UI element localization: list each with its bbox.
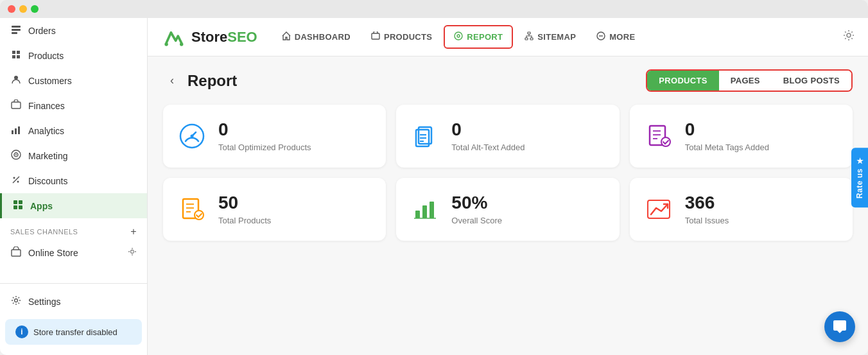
svg-point-20 (164, 42, 168, 46)
tab-pages[interactable]: PAGES (719, 71, 772, 91)
more-nav-icon (596, 31, 605, 42)
checklist-purple-icon (643, 120, 675, 152)
nav-item-report[interactable]: REPORT (444, 25, 513, 49)
main-area: StoreSEO DASHBOARD PRO (148, 18, 868, 355)
stat-value-overall-score: 50% (451, 193, 502, 213)
trend-up-icon (643, 193, 675, 225)
sidebar-item-marketing-label: Marketing (28, 151, 67, 161)
sidebar-bottom: Settings i Store transfer disabled (0, 283, 147, 355)
chat-icon (832, 319, 847, 334)
sidebar-item-apps[interactable]: Apps (0, 193, 147, 218)
stat-value-alt-text: 0 (451, 120, 525, 140)
app-body: Orders Products Customers Finances (0, 18, 868, 355)
svg-rect-22 (372, 33, 379, 39)
top-navigation: StoreSEO DASHBOARD PRO (148, 18, 868, 56)
svg-point-19 (15, 299, 18, 302)
settings-icon (10, 295, 22, 307)
close-dot[interactable] (8, 5, 15, 13)
stat-value-meta-tags: 0 (685, 120, 769, 140)
sidebar-item-finances-label: Finances (28, 101, 65, 111)
speedometer-icon (176, 120, 208, 152)
analytics-icon (10, 125, 22, 137)
svg-rect-5 (12, 130, 13, 134)
logo: StoreSEO (161, 24, 257, 50)
stat-card-meta-tags: 0 Total Meta Tags Added (630, 105, 853, 168)
sidebar-item-products[interactable]: Products (0, 43, 147, 68)
logo-text: StoreSEO (191, 29, 257, 46)
stat-info-total-issues: 366 Total Issues (685, 193, 729, 225)
stat-label-optimized: Total Optimized Products (218, 143, 311, 152)
store-transfer-label: Store transfer disabled (33, 327, 117, 337)
maximize-dot[interactable] (31, 5, 39, 13)
stat-label-overall-score: Overall Score (451, 216, 502, 225)
sidebar-item-customers[interactable]: Customers (0, 68, 147, 93)
logo-icon (161, 24, 186, 50)
marketing-icon (10, 150, 22, 162)
svg-point-3 (14, 76, 18, 80)
svg-point-12 (17, 181, 19, 183)
nav-item-products[interactable]: PRODUCTS (362, 26, 441, 48)
sidebar-item-orders[interactable]: Orders (0, 18, 147, 43)
stats-row-2: 50 Total Products (163, 178, 853, 241)
apps-icon (12, 200, 24, 212)
nav-item-dashboard[interactable]: DASHBOARD (273, 26, 360, 48)
page-title: Report (187, 72, 237, 90)
svg-rect-26 (525, 38, 528, 40)
products-nav-icon (371, 31, 380, 42)
dashboard-nav-icon (282, 31, 291, 42)
sidebar-item-online-store[interactable]: Online Store (0, 240, 147, 265)
sidebar-item-products-label: Products (28, 51, 64, 61)
settings-gear-button[interactable] (842, 29, 855, 45)
finances-icon (10, 100, 22, 112)
stat-card-total-products: 50 Total Products (163, 178, 386, 241)
stat-value-optimized: 0 (218, 120, 311, 140)
sidebar-item-online-store-label: Online Store (28, 248, 78, 258)
rate-us-button[interactable]: ★ Rate us (851, 148, 868, 207)
back-button[interactable]: ‹ (163, 72, 181, 90)
tab-blog-posts[interactable]: BLOG POSTS (772, 71, 851, 91)
nav-item-more[interactable]: MORE (587, 26, 644, 48)
rate-us-label: Rate us (855, 168, 864, 198)
tab-products[interactable]: PRODUCTS (647, 71, 718, 91)
customers-icon (10, 74, 22, 87)
stat-label-total-issues: Total Issues (685, 216, 729, 225)
report-nav-icon (454, 31, 463, 42)
svg-point-23 (455, 32, 462, 40)
stat-card-optimized-products: 0 Total Optimized Products (163, 105, 386, 168)
products-icon (10, 49, 22, 62)
nav-item-sitemap[interactable]: SITEMAP (516, 26, 585, 48)
stat-value-total-products: 50 (218, 193, 271, 213)
sidebar-item-marketing[interactable]: Marketing (0, 143, 147, 168)
sidebar-item-settings[interactable]: Settings (0, 289, 147, 314)
svg-point-11 (13, 177, 15, 179)
svg-rect-2 (12, 32, 17, 34)
sidebar-item-discounts-label: Discounts (28, 176, 67, 186)
sidebar-item-discounts[interactable]: Discounts (0, 168, 147, 193)
sidebar-item-analytics[interactable]: Analytics (0, 118, 147, 143)
add-channel-icon[interactable]: + (130, 226, 137, 238)
svg-rect-4 (12, 102, 21, 108)
svg-rect-6 (15, 128, 17, 134)
chat-button[interactable] (824, 311, 855, 342)
svg-rect-0 (12, 26, 21, 28)
svg-rect-7 (18, 126, 20, 134)
stat-card-alt-text: 0 Total Alt-Text Added (396, 105, 619, 168)
store-info-icon: i (15, 325, 28, 338)
svg-point-10 (15, 154, 17, 155)
stat-card-overall-score: 50% Overall Score (396, 178, 619, 241)
app-window: Orders Products Customers Finances (0, 0, 868, 355)
report-title-area: ‹ Report (163, 72, 237, 90)
sidebar-item-apps-label: Apps (30, 201, 53, 211)
nav-item-report-label: REPORT (467, 32, 503, 42)
sidebar-item-finances[interactable]: Finances (0, 93, 147, 118)
svg-rect-1 (12, 29, 21, 31)
minimize-dot[interactable] (19, 5, 27, 13)
report-header: ‹ Report PRODUCTS PAGES BLOG POSTS (163, 69, 853, 92)
sidebar-item-analytics-label: Analytics (28, 126, 64, 136)
online-store-settings-icon[interactable] (128, 247, 137, 258)
stat-value-total-issues: 366 (685, 193, 729, 213)
sales-channels-section: Sales channels + (0, 218, 147, 240)
svg-rect-17 (12, 250, 21, 256)
svg-rect-13 (13, 200, 17, 204)
svg-rect-16 (19, 205, 22, 209)
